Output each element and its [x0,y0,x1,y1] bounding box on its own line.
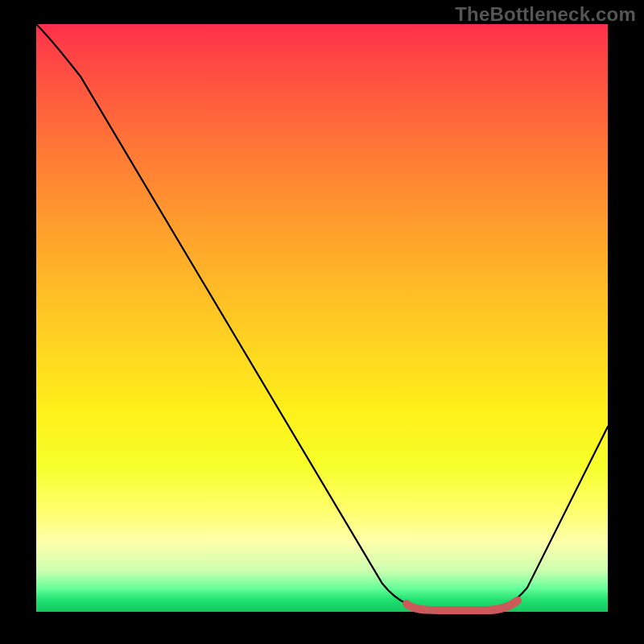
bottleneck-curve-path [36,24,608,610]
chart-container: TheBottleneck.com [0,0,644,644]
curve-svg [36,24,608,612]
optimal-zone-highlight [407,601,518,610]
plot-gradient-area [36,24,608,612]
watermark-label: TheBottleneck.com [455,3,636,26]
